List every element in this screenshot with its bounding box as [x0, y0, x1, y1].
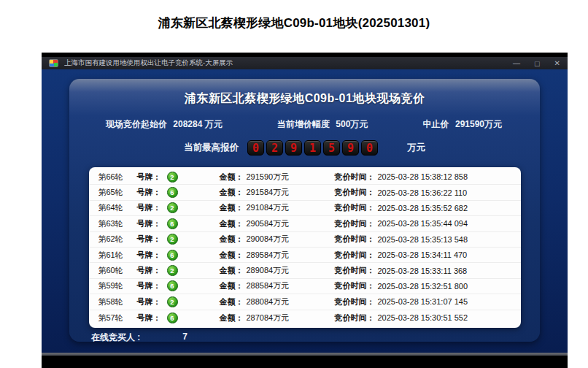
plate-cell: 号牌： 6 [137, 313, 220, 323]
bid-digit: 5 [323, 140, 340, 156]
time-cell: 竞价时间： 2025-03-28 15:35:52 682 [335, 202, 521, 213]
increment-label: 当前增价幅度 [277, 119, 330, 129]
time-cell: 竞价时间： 2025-03-28 15:35:44 094 [335, 218, 521, 229]
table-row: 第64轮 号牌： 2 金额： 291084万元 竞价时间： 2025-03-28… [89, 201, 521, 216]
highest-bid-display: 0 2 9 1 5 9 0 [247, 140, 378, 156]
client-area: 浦东新区北蔡楔形绿地C09b-01地块现场竞价 现场竞价起始价 208284 万… [42, 69, 568, 353]
table-row: 第60轮 号牌： 2 金额： 289084万元 竞价时间： 2025-03-28… [89, 263, 521, 278]
table-row: 第65轮 号牌： 6 金额： 291584万元 竞价时间： 2025-03-28… [89, 185, 521, 200]
round-cell: 第57轮 [98, 313, 137, 323]
bidder-badge: 6 [167, 250, 178, 261]
table-row: 第59轮 号牌： 6 金额： 288584万元 竞价时间： 2025-03-28… [89, 279, 521, 294]
amount-cell: 金额： 291084万元 [220, 202, 335, 213]
bottom-black-strip [42, 356, 568, 368]
bidder-badge: 6 [167, 187, 178, 198]
amount-cell: 金额： 291590万元 [220, 172, 335, 183]
auction-panel: 浦东新区北蔡楔形绿地C09b-01地块现场竞价 现场竞价起始价 208284 万… [69, 79, 540, 342]
start-price-value: 208284 万元 [173, 119, 222, 129]
price-info-row: 现场竞价起始价 208284 万元 当前增价幅度 500万元 中止价 29159… [69, 118, 540, 131]
round-cell: 第58轮 [98, 296, 137, 307]
minimize-icon[interactable]: — [513, 60, 520, 67]
amount-cell: 金额： 288084万元 [220, 296, 335, 307]
time-cell: 竞价时间： 2025-03-28 15:33:11 368 [335, 265, 521, 276]
amount-cell: 金额： 289084万元 [220, 265, 335, 276]
round-cell: 第64轮 [98, 202, 137, 213]
time-cell: 竞价时间： 2025-03-28 15:38:12 858 [335, 172, 521, 183]
time-cell: 竞价时间： 2025-03-28 15:34:11 470 [335, 250, 521, 261]
table-row: 第62轮 号牌： 2 金额： 290084万元 竞价时间： 2025-03-28… [89, 232, 521, 248]
table-row: 第66轮 号牌： 2 金额： 291590万元 竞价时间： 2025-03-28… [89, 169, 521, 185]
plate-cell: 号牌： 6 [137, 250, 220, 261]
auction-window: 上海市国有建设用地使用权出让电子竞价系统-大屏展示 — □ ✕ 浦东新区北蔡楔形… [42, 53, 568, 368]
amount-cell: 金额： 290084万元 [220, 234, 335, 245]
bid-digit: 2 [266, 140, 283, 156]
stop-price-value: 291590万元 [455, 119, 502, 129]
highest-bid-label: 当前最高报价 [184, 142, 239, 154]
window-titlebar[interactable]: 上海市国有建设用地使用权出让电子竞价系统-大屏展示 — □ ✕ [42, 53, 568, 69]
bid-digit: 0 [361, 140, 378, 156]
plate-cell: 号牌： 6 [137, 218, 220, 229]
amount-cell: 金额： 291584万元 [220, 187, 335, 198]
bidder-badge: 2 [167, 202, 178, 213]
time-cell: 竞价时间： 2025-03-28 15:32:51 800 [335, 280, 521, 291]
round-cell: 第60轮 [98, 265, 137, 276]
time-cell: 竞价时间： 2025-03-28 15:31:07 145 [335, 296, 521, 307]
stop-price-label: 中止价 [423, 119, 449, 129]
amount-cell: 金额： 290584万元 [220, 218, 335, 229]
window-title: 上海市国有建设用地使用权出让电子竞价系统-大屏展示 [64, 58, 507, 68]
bid-digit: 1 [304, 140, 321, 156]
round-cell: 第66轮 [98, 172, 137, 183]
round-cell: 第62轮 [98, 234, 137, 245]
table-row: 第58轮 号牌： 2 金额： 288084万元 竞价时间： 2025-03-28… [89, 294, 521, 310]
plate-cell: 号牌： 2 [137, 296, 220, 307]
bidder-badge: 6 [167, 313, 178, 323]
page-title: 浦东新区北蔡楔形绿地C09b-01地块(202501301) [0, 15, 588, 31]
time-cell: 竞价时间： 2025-03-28 15:36:22 110 [335, 187, 521, 198]
plate-cell: 号牌： 2 [137, 172, 220, 183]
round-cell: 第61轮 [98, 250, 137, 261]
table-row: 第57轮 号牌： 6 金额： 287084万元 竞价时间： 2025-03-28… [89, 310, 521, 326]
bidder-badge: 2 [167, 265, 178, 276]
plate-cell: 号牌： 2 [137, 202, 220, 213]
start-price-label: 现场竞价起始价 [106, 119, 167, 129]
auction-heading: 浦东新区北蔡楔形绿地C09b-01地块现场竞价 [69, 79, 540, 107]
online-bidders: 在线竞买人 : 7 [69, 331, 540, 344]
table-row: 第61轮 号牌： 6 金额： 289584万元 竞价时间： 2025-03-28… [89, 248, 521, 263]
table-row: 第63轮 号牌： 6 金额： 290584万元 竞价时间： 2025-03-28… [89, 216, 521, 231]
window-controls: — □ ✕ [513, 60, 560, 67]
highest-bid-row: 当前最高报价 0 2 9 1 5 9 0 万元 [69, 140, 540, 156]
close-icon[interactable]: ✕ [554, 60, 560, 67]
maximize-icon[interactable]: □ [535, 60, 540, 67]
time-cell: 竞价时间： 2025-03-28 15:35:13 548 [335, 234, 521, 245]
start-price: 现场竞价起始价 208284 万元 [106, 118, 223, 131]
bidder-badge: 2 [167, 296, 178, 307]
bid-history-table: 第66轮 号牌： 2 金额： 291590万元 竞价时间： 2025-03-28… [89, 167, 521, 328]
bidder-badge: 6 [167, 280, 178, 291]
round-cell: 第63轮 [98, 218, 137, 229]
amount-cell: 金额： 289584万元 [220, 250, 335, 261]
online-bidders-count: 7 [182, 331, 187, 344]
online-bidders-label: 在线竞买人 : [91, 331, 140, 344]
round-cell: 第59轮 [98, 280, 137, 291]
plate-cell: 号牌： 6 [137, 280, 220, 291]
round-cell: 第65轮 [98, 187, 137, 198]
bid-digit: 9 [342, 140, 359, 156]
plate-cell: 号牌： 6 [137, 187, 220, 198]
plate-cell: 号牌： 2 [137, 234, 220, 245]
app-icon [49, 59, 58, 67]
bidder-badge: 2 [167, 172, 178, 183]
highest-bid-unit: 万元 [407, 142, 425, 154]
bid-digit: 9 [285, 140, 302, 156]
plate-cell: 号牌： 2 [137, 265, 220, 276]
increment-value: 500万元 [336, 119, 368, 129]
amount-cell: 金额： 287084万元 [220, 313, 335, 323]
increment: 当前增价幅度 500万元 [277, 118, 368, 131]
stop-price: 中止价 291590万元 [423, 118, 502, 131]
bidder-badge: 6 [167, 218, 178, 229]
amount-cell: 金额： 288584万元 [220, 280, 335, 291]
bid-digit: 0 [247, 140, 264, 156]
time-cell: 竞价时间： 2025-03-28 15:30:51 552 [335, 313, 521, 323]
bidder-badge: 2 [167, 234, 178, 245]
